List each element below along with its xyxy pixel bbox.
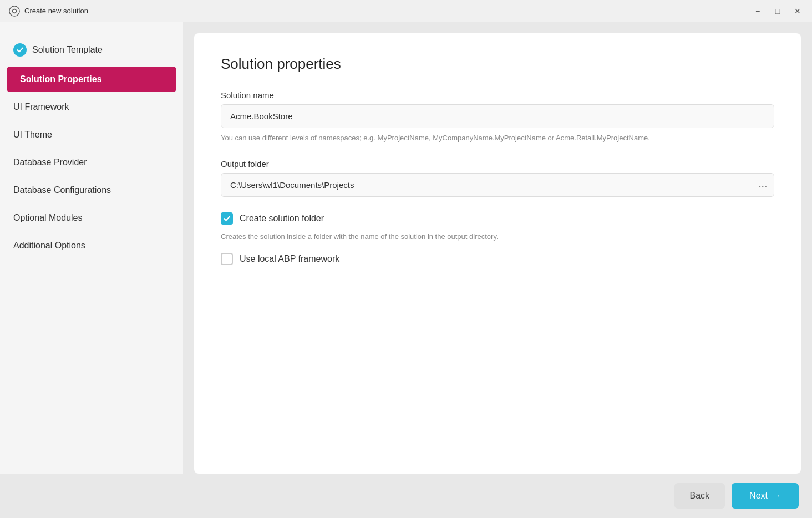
output-folder-input[interactable] [221,173,774,197]
sidebar: Solution Template Solution Properties UI… [0,22,183,474]
browse-folder-button[interactable]: ... [759,180,768,190]
window-title: Create new solution [24,7,88,15]
use-local-abp-row: Use local ABP framework [221,253,774,265]
create-solution-folder-label: Create solution folder [240,214,324,224]
bottom-bar: Back Next → [0,474,812,518]
sidebar-item-ui-framework[interactable]: UI Framework [0,94,183,120]
solution-name-hint: You can use different levels of namespac… [221,133,774,144]
check-icon [13,43,27,57]
content-card: Solution properties Solution name You ca… [194,33,801,474]
sidebar-label-database-configurations: Database Configurations [13,185,111,195]
back-button[interactable]: Back [674,483,725,509]
window-controls: − □ ✕ [752,6,803,17]
sidebar-label-database-provider: Database Provider [13,158,87,167]
sidebar-item-optional-modules[interactable]: Optional Modules [0,205,183,231]
page-title: Solution properties [221,55,774,73]
sidebar-item-solution-properties[interactable]: Solution Properties [7,67,176,92]
app-icon [9,6,20,17]
use-local-abp-label: Use local ABP framework [240,254,339,264]
close-button[interactable]: ✕ [792,6,803,17]
sidebar-item-database-provider[interactable]: Database Provider [0,150,183,175]
use-local-abp-checkbox[interactable] [221,253,233,265]
content-area: Solution properties Solution name You ca… [183,22,812,474]
solution-name-group: Solution name You can use different leve… [221,90,774,144]
title-bar: Create new solution − □ ✕ [0,0,812,22]
maximize-button[interactable]: □ [772,6,783,17]
create-solution-folder-row: Create solution folder [221,212,774,225]
sidebar-label-solution-properties: Solution Properties [20,74,102,84]
svg-point-2 [13,9,16,12]
folder-input-wrapper: ... [221,173,774,197]
next-arrow-icon: → [772,491,781,501]
sidebar-label-ui-theme: UI Theme [13,130,52,140]
sidebar-label-optional-modules: Optional Modules [13,213,83,223]
output-folder-group: Output folder ... [221,159,774,197]
next-button[interactable]: Next → [732,483,799,509]
sidebar-label-additional-options: Additional Options [13,241,85,251]
sidebar-label-solution-template: Solution Template [32,45,103,55]
create-solution-folder-checkbox[interactable] [221,212,233,225]
sidebar-item-ui-theme[interactable]: UI Theme [0,122,183,148]
next-label: Next [749,491,768,501]
sidebar-item-database-configurations[interactable]: Database Configurations [0,177,183,203]
sidebar-item-solution-template[interactable]: Solution Template [0,35,183,64]
solution-name-label: Solution name [221,90,774,100]
create-folder-hint: Creates the solution inside a folder wit… [221,231,774,242]
sidebar-label-ui-framework: UI Framework [13,102,69,112]
minimize-button[interactable]: − [752,6,763,17]
output-folder-label: Output folder [221,159,774,169]
sidebar-item-additional-options[interactable]: Additional Options [0,233,183,258]
solution-name-input[interactable] [221,104,774,128]
